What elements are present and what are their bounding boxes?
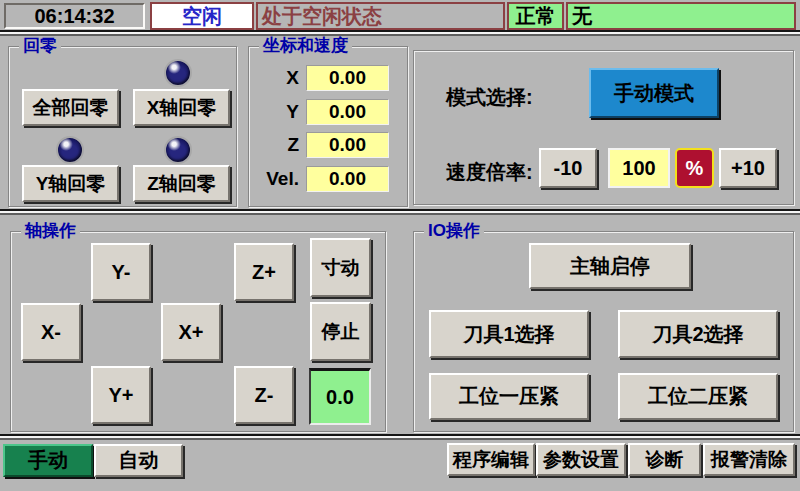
jog-y-plus-button[interactable]: Y+ bbox=[91, 366, 151, 424]
mode-select-label: 模式选择: bbox=[446, 84, 533, 111]
override-decrease-button[interactable]: -10 bbox=[539, 148, 597, 188]
coord-value-x: 0.00 bbox=[306, 65, 389, 91]
homing-panel: 回零 全部回零 X轴回零 Y轴回零 Z轴回零 bbox=[8, 46, 237, 207]
jog-y-minus-button[interactable]: Y- bbox=[91, 243, 151, 301]
coord-value-y: 0.00 bbox=[306, 99, 389, 125]
alarm-state-indicator: 正常 bbox=[507, 2, 564, 30]
override-increase-button[interactable]: +10 bbox=[719, 148, 777, 188]
alarm-message: 无 bbox=[566, 2, 796, 30]
coord-value-vel: 0.00 bbox=[306, 166, 389, 192]
jog-increment-display[interactable]: 0.0 bbox=[309, 368, 371, 425]
coord-label-z: Z bbox=[249, 134, 299, 156]
tab-manual[interactable]: 手动 bbox=[3, 444, 93, 477]
coords-panel: 坐标和速度 X 0.00 Y 0.00 Z 0.00 Vel. 0.00 bbox=[248, 46, 408, 207]
mode-panel: 模式选择: 手动模式 速度倍率: -10 100 % +10 bbox=[413, 50, 794, 205]
jog-x-plus-button[interactable]: X+ bbox=[161, 303, 221, 361]
axis-panel-title: 轴操作 bbox=[21, 221, 80, 241]
station2-clamp-button[interactable]: 工位二压紧 bbox=[618, 373, 778, 420]
machine-state-indicator: 空闲 bbox=[150, 2, 254, 30]
home-y-button[interactable]: Y轴回零 bbox=[22, 165, 119, 202]
home-y-led-icon bbox=[56, 136, 84, 164]
middle-divider bbox=[0, 211, 800, 215]
axis-panel: 轴操作 Y- Z+ 寸动 X- X+ 停止 Y+ Z- 0.0 bbox=[10, 231, 386, 432]
coord-label-x: X bbox=[249, 67, 299, 89]
home-all-button[interactable]: 全部回零 bbox=[22, 89, 119, 126]
state-message: 处于空闲状态 bbox=[256, 2, 505, 30]
jog-z-plus-button[interactable]: Z+ bbox=[234, 243, 294, 301]
override-unit-badge: % bbox=[675, 148, 714, 188]
jog-x-minus-button[interactable]: X- bbox=[21, 303, 81, 361]
coord-value-z: 0.00 bbox=[306, 132, 389, 158]
speed-override-label: 速度倍率: bbox=[446, 159, 533, 186]
coords-panel-title: 坐标和速度 bbox=[259, 36, 352, 56]
top-divider bbox=[0, 32, 800, 36]
bottom-bar: 手动 自动 程序编辑 参数设置 诊断 报警清除 bbox=[0, 441, 800, 491]
home-z-led-icon bbox=[164, 136, 192, 164]
jog-z-minus-button[interactable]: Z- bbox=[234, 366, 294, 424]
program-edit-button[interactable]: 程序编辑 bbox=[447, 443, 535, 476]
tool2-select-button[interactable]: 刀具2选择 bbox=[618, 310, 778, 358]
home-x-led-icon bbox=[164, 59, 192, 87]
io-panel-title: IO操作 bbox=[424, 221, 484, 241]
status-bar: 06:14:32 空闲 处于空闲状态 正常 无 bbox=[0, 0, 800, 31]
spindle-toggle-button[interactable]: 主轴启停 bbox=[529, 243, 691, 289]
override-value-display: 100 bbox=[608, 148, 670, 188]
home-x-button[interactable]: X轴回零 bbox=[133, 89, 230, 126]
clock-display: 06:14:32 bbox=[4, 3, 145, 29]
diagnosis-button[interactable]: 诊断 bbox=[628, 443, 701, 476]
tool1-select-button[interactable]: 刀具1选择 bbox=[429, 310, 589, 358]
jog-mode-button[interactable]: 寸动 bbox=[310, 238, 371, 297]
io-panel: IO操作 主轴启停 刀具1选择 刀具2选择 工位一压紧 工位二压紧 bbox=[413, 231, 794, 432]
bottom-divider bbox=[0, 436, 800, 440]
stop-button[interactable]: 停止 bbox=[310, 302, 371, 361]
param-settings-button[interactable]: 参数设置 bbox=[536, 443, 626, 476]
mode-select-button[interactable]: 手动模式 bbox=[589, 68, 719, 118]
coord-label-vel: Vel. bbox=[249, 168, 299, 190]
alarm-clear-button[interactable]: 报警清除 bbox=[703, 443, 795, 476]
home-z-button[interactable]: Z轴回零 bbox=[133, 165, 230, 202]
coord-label-y: Y bbox=[249, 101, 299, 123]
homing-panel-title: 回零 bbox=[19, 36, 61, 56]
station1-clamp-button[interactable]: 工位一压紧 bbox=[429, 373, 589, 420]
tab-auto[interactable]: 自动 bbox=[94, 444, 183, 477]
